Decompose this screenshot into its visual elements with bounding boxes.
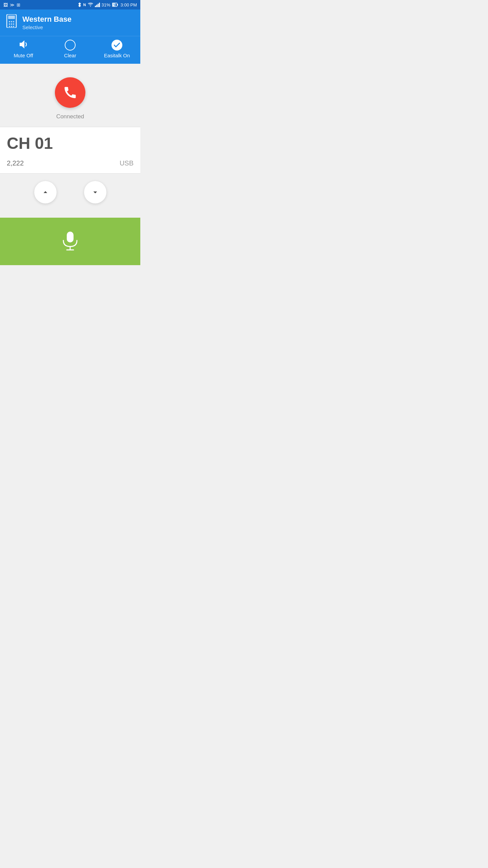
bluetooth-icon bbox=[78, 2, 82, 7]
toolbar: Mute Off Clear Easitalk On bbox=[0, 36, 140, 64]
battery-percentage: 31% bbox=[102, 2, 110, 7]
stream-icon: ≫ bbox=[10, 2, 15, 7]
svg-point-8 bbox=[9, 23, 10, 25]
screen-icon: ⊞ bbox=[17, 2, 20, 7]
app-header: Western Base Selective bbox=[0, 9, 140, 36]
status-time: 3:00 PM bbox=[121, 2, 137, 7]
connection-status: Connected bbox=[56, 113, 84, 120]
header-text: Western Base Selective bbox=[22, 15, 72, 30]
svg-point-13 bbox=[13, 26, 14, 27]
device-icon bbox=[5, 14, 18, 31]
microphone-icon bbox=[61, 231, 79, 252]
channel-down-button[interactable] bbox=[84, 181, 106, 203]
status-bar-left: 🖼 ≫ ⊞ bbox=[3, 2, 20, 7]
app-subtitle: Selective bbox=[22, 24, 72, 30]
clear-label: Clear bbox=[64, 53, 76, 58]
easitalk-label: Easitalk On bbox=[104, 53, 130, 58]
svg-rect-14 bbox=[67, 232, 74, 242]
easitalk-icon bbox=[111, 40, 122, 51]
nfc-icon: N bbox=[83, 3, 86, 7]
gallery-icon: 🖼 bbox=[3, 2, 8, 7]
clear-button[interactable]: Clear bbox=[53, 40, 87, 58]
channel-frequency: 2,222 bbox=[7, 159, 24, 167]
mute-button[interactable]: Mute Off bbox=[6, 40, 40, 58]
end-call-button[interactable] bbox=[55, 77, 85, 108]
mic-button[interactable] bbox=[0, 218, 140, 265]
svg-point-7 bbox=[13, 21, 14, 22]
status-bar: 🖼 ≫ ⊞ N 31% 3:00 PM bbox=[0, 0, 140, 9]
channel-name: CH 01 bbox=[7, 134, 134, 153]
channel-card: CH 01 2,222 USB bbox=[0, 127, 140, 174]
signal-icon bbox=[95, 2, 100, 7]
svg-rect-4 bbox=[8, 16, 15, 19]
svg-point-11 bbox=[9, 26, 10, 27]
svg-point-6 bbox=[11, 21, 12, 22]
channel-up-button[interactable] bbox=[34, 181, 57, 203]
app-title: Western Base bbox=[22, 15, 72, 24]
main-content: Connected CH 01 2,222 USB bbox=[0, 64, 140, 218]
svg-point-9 bbox=[11, 23, 12, 25]
svg-rect-1 bbox=[117, 4, 118, 6]
mute-icon bbox=[18, 40, 28, 51]
status-bar-right: N 31% 3:00 PM bbox=[78, 2, 137, 7]
channel-type: USB bbox=[120, 159, 134, 167]
mute-label: Mute Off bbox=[14, 53, 33, 58]
svg-point-5 bbox=[9, 21, 10, 22]
channel-details: 2,222 USB bbox=[7, 159, 134, 167]
channel-navigation bbox=[0, 174, 140, 211]
clear-icon bbox=[65, 40, 76, 51]
battery-icon bbox=[112, 3, 118, 7]
easitalk-button[interactable]: Easitalk On bbox=[100, 40, 134, 58]
wifi-icon bbox=[88, 3, 93, 7]
svg-point-10 bbox=[13, 23, 14, 25]
svg-point-12 bbox=[11, 26, 12, 27]
